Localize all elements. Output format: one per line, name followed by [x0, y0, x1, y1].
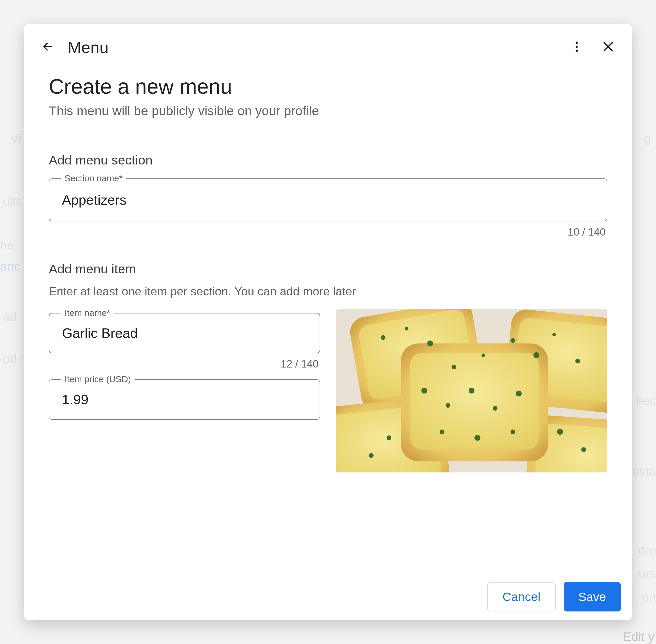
svg-point-2: [576, 46, 578, 48]
back-button[interactable]: [36, 36, 59, 59]
svg-point-17: [381, 335, 385, 340]
item-name-counter: 12 / 140: [49, 358, 319, 370]
item-price-input[interactable]: [61, 391, 308, 408]
svg-point-23: [534, 352, 539, 358]
svg-point-32: [474, 435, 480, 441]
dialog-body: Create a new menu This menu will be publ…: [24, 59, 632, 573]
section-name-counter: 10 / 140: [49, 226, 606, 238]
cancel-button[interactable]: Cancel: [487, 582, 556, 612]
svg-point-18: [405, 327, 408, 330]
svg-point-31: [440, 430, 445, 434]
svg-point-20: [452, 365, 456, 369]
page-subheading: This menu will be publicly visible on yo…: [49, 104, 607, 118]
item-price-label: Item price (USD): [61, 374, 135, 384]
dialog-titlebar: Menu: [24, 24, 632, 59]
close-icon: [602, 40, 615, 54]
svg-point-35: [557, 429, 563, 435]
svg-point-22: [511, 338, 515, 343]
cancel-button-label: Cancel: [502, 590, 541, 604]
svg-point-1: [576, 42, 578, 44]
svg-point-21: [481, 353, 485, 357]
close-button[interactable]: [597, 36, 620, 59]
section-add-section-title: Add menu section: [49, 153, 607, 167]
item-name-label: Item name*: [61, 308, 114, 318]
section-name-label: Section name*: [61, 173, 126, 183]
page-heading: Create a new menu: [49, 74, 607, 99]
item-name-input[interactable]: [61, 325, 308, 341]
svg-point-24: [552, 333, 556, 336]
item-grid: Item name* 12 / 140 Item price (USD): [49, 309, 607, 473]
svg-point-28: [469, 388, 474, 393]
create-menu-dialog: Menu Create a new menu This menu will be…: [24, 24, 632, 620]
svg-point-33: [511, 430, 515, 434]
item-name-field: Item name*: [49, 313, 320, 353]
svg-point-27: [446, 403, 450, 408]
svg-point-36: [581, 447, 586, 452]
food-photo-icon: [336, 309, 607, 473]
svg-point-30: [516, 391, 522, 396]
save-button[interactable]: Save: [564, 582, 621, 612]
divider: [49, 132, 607, 132]
svg-point-19: [427, 341, 433, 346]
dialog-footer: Cancel Save: [24, 573, 632, 620]
section-name-input[interactable]: [61, 192, 595, 208]
svg-point-26: [422, 388, 427, 393]
section-add-item-desc: Enter at least one item per section. You…: [49, 284, 607, 298]
item-image-well[interactable]: [336, 309, 607, 473]
svg-rect-16: [410, 353, 539, 450]
section-name-field: Section name*: [49, 178, 607, 222]
arrow-left-icon: [42, 41, 53, 53]
save-button-label: Save: [578, 590, 606, 604]
svg-point-37: [369, 453, 374, 458]
svg-point-25: [575, 359, 580, 364]
svg-point-34: [386, 435, 391, 440]
more-options-button[interactable]: [565, 36, 588, 59]
svg-point-29: [493, 406, 498, 411]
item-price-field: Item price (USD): [49, 379, 320, 420]
more-vert-icon: [570, 40, 584, 54]
section-add-item-title: Add menu item: [49, 261, 607, 276]
dialog-title: Menu: [68, 38, 109, 57]
svg-point-3: [576, 50, 578, 52]
